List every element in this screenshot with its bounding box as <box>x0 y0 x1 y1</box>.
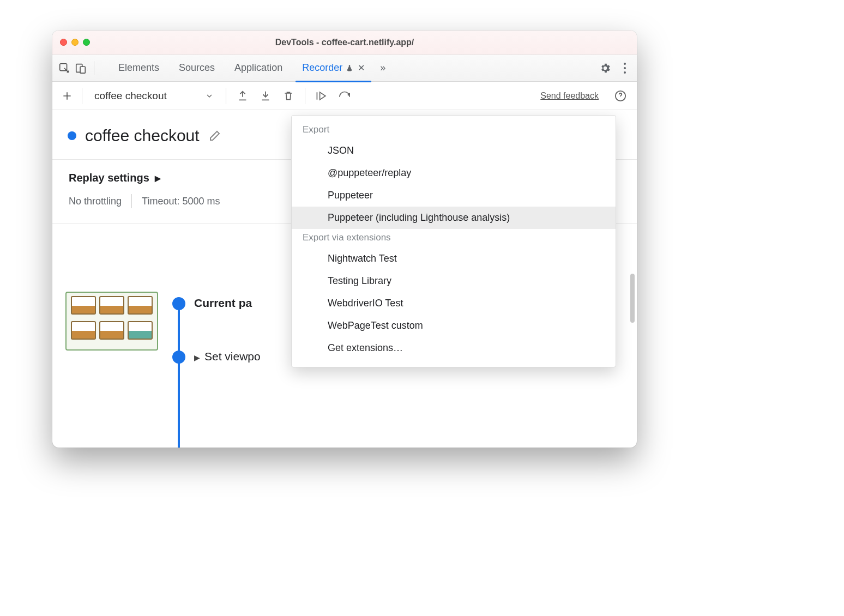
svg-point-4 <box>624 67 626 69</box>
timeout-value: Timeout: 5000 ms <box>142 196 220 207</box>
export-json[interactable]: JSON <box>292 140 616 162</box>
window-title: DevTools - coffee-cart.netlify.app/ <box>52 38 637 47</box>
export-puppeteer-replay[interactable]: @puppeteer/replay <box>292 162 616 184</box>
recording-name: coffee checkout <box>85 126 200 145</box>
titlebar: DevTools - coffee-cart.netlify.app/ <box>52 31 637 55</box>
caret-right-icon: ▶ <box>194 353 200 362</box>
step-button[interactable] <box>313 87 330 105</box>
flask-icon <box>346 64 353 73</box>
throttling-value: No throttling <box>69 196 122 207</box>
replay-speed-button[interactable] <box>336 87 353 105</box>
tab-application[interactable]: Application <box>225 55 292 82</box>
new-recording-button[interactable] <box>60 89 74 103</box>
separator <box>226 88 226 104</box>
import-button[interactable] <box>257 87 274 105</box>
export-section-header: Export <box>292 121 616 140</box>
close-tab-icon[interactable]: ✕ <box>358 63 365 73</box>
more-menu-icon[interactable] <box>618 62 631 75</box>
devtools-window: DevTools - coffee-cart.netlify.app/ Elem… <box>52 31 637 448</box>
export-webpagetest[interactable]: WebPageTest custom <box>292 315 616 337</box>
export-puppeteer[interactable]: Puppeteer <box>292 184 616 207</box>
tab-recorder-label: Recorder <box>302 62 342 74</box>
step-label-text: Set viewpo <box>204 350 261 363</box>
separator <box>131 194 132 208</box>
tab-recorder[interactable]: Recorder ✕ <box>292 55 375 82</box>
export-button[interactable] <box>234 87 251 105</box>
panel-tabs: Elements Sources Application Recorder ✕ … <box>108 55 595 82</box>
recording-status-dot-icon <box>68 131 76 140</box>
separator <box>82 88 82 104</box>
tab-elements[interactable]: Elements <box>108 55 169 82</box>
recording-selector[interactable]: coffee checkout <box>90 90 218 102</box>
recording-selector-value: coffee checkout <box>94 90 167 102</box>
more-tabs-icon[interactable]: » <box>375 62 391 74</box>
recorder-body: coffee checkout Replay settings ▶ No thr… <box>52 110 637 448</box>
export-webdriverio[interactable]: WebdriverIO Test <box>292 292 616 315</box>
chevron-down-icon <box>205 92 214 100</box>
export-puppeteer-lighthouse[interactable]: Puppeteer (including Lighthouse analysis… <box>292 207 616 229</box>
export-nightwatch[interactable]: Nightwatch Test <box>292 247 616 270</box>
export-testing-library[interactable]: Testing Library <box>292 270 616 292</box>
settings-gear-icon[interactable] <box>599 62 612 75</box>
tab-elements-label: Elements <box>118 62 159 74</box>
export-extensions-section-header: Export via extensions <box>292 229 616 247</box>
caret-right-icon: ▶ <box>155 174 161 183</box>
step-label-text: Current pa <box>194 297 252 309</box>
replay-settings-label: Replay settings <box>69 172 149 184</box>
timeline-node[interactable] <box>172 351 185 364</box>
tab-sources-label: Sources <box>179 62 215 74</box>
tab-sources[interactable]: Sources <box>169 55 225 82</box>
help-icon[interactable] <box>612 87 629 105</box>
device-toolbar-icon[interactable] <box>74 62 87 75</box>
send-feedback-link[interactable]: Send feedback <box>540 91 599 101</box>
delete-button[interactable] <box>280 87 297 105</box>
edit-name-button[interactable] <box>208 129 221 142</box>
recorder-toolbar: coffee checkout Send feedback <box>52 82 637 110</box>
panel-tabstrip: Elements Sources Application Recorder ✕ … <box>52 55 637 82</box>
page-thumbnail <box>65 292 158 351</box>
separator <box>305 88 305 104</box>
inspect-element-icon[interactable] <box>58 62 71 75</box>
svg-point-5 <box>624 71 626 74</box>
scrollbar-thumb[interactable] <box>630 274 635 323</box>
export-get-extensions[interactable]: Get extensions… <box>292 337 616 359</box>
timeline-node[interactable] <box>172 297 185 310</box>
svg-point-3 <box>624 63 626 65</box>
separator <box>94 61 94 75</box>
export-menu: Export JSON @puppeteer/replay Puppeteer … <box>291 115 616 367</box>
step-set-viewport[interactable]: ▶Set viewpo <box>194 350 261 363</box>
svg-rect-2 <box>80 67 85 73</box>
step-current-page[interactable]: Current pa <box>194 297 252 310</box>
tab-application-label: Application <box>234 62 282 74</box>
